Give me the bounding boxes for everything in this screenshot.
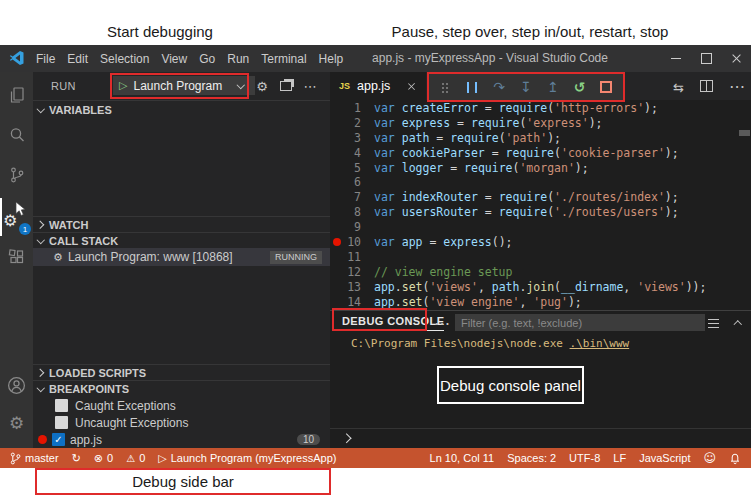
grip-icon[interactable]	[435, 77, 455, 97]
menu-item-edit[interactable]: Edit	[61, 52, 94, 66]
step-into-icon[interactable]	[516, 77, 536, 97]
breakpoint-gutter[interactable]	[330, 175, 343, 190]
line-number: 1	[343, 101, 361, 116]
section-variables[interactable]: VARIABLES	[33, 100, 330, 119]
menu-item-run[interactable]: Run	[221, 52, 255, 66]
breakpoint-gutter[interactable]	[330, 250, 343, 265]
code-token: ,	[623, 280, 637, 295]
menu-item-selection[interactable]: Selection	[94, 52, 155, 66]
panel-more-actions-icon[interactable]	[433, 311, 451, 335]
explorer-icon[interactable]	[0, 78, 33, 112]
code-token: 'express'	[526, 116, 588, 131]
menu-item-view[interactable]: View	[155, 52, 193, 66]
breakpoint-gutter[interactable]	[330, 131, 343, 146]
breakpoint-gutter[interactable]	[330, 116, 343, 131]
status-item-utf-8[interactable]: UTF-8	[569, 452, 600, 464]
breakpoint-gutter[interactable]	[330, 220, 343, 235]
menu-item-terminal[interactable]: Terminal	[255, 52, 312, 66]
configure-gear-icon[interactable]	[253, 72, 271, 100]
views-more-actions-icon[interactable]	[301, 72, 319, 100]
settings-gear-icon[interactable]: ⚙	[0, 406, 33, 440]
status-item-sync[interactable]	[72, 453, 81, 464]
status-item-lf[interactable]: LF	[613, 452, 626, 464]
status-item-launch-program-myexpressapp[interactable]: Launch Program (myExpressApp)	[158, 452, 336, 464]
breakpoint-gutter[interactable]	[330, 161, 343, 176]
breakpoint-gutter[interactable]	[330, 265, 343, 280]
menu-item-go[interactable]: Go	[193, 52, 221, 66]
menu-item-file[interactable]: File	[30, 52, 61, 66]
code-token: var	[374, 101, 402, 116]
checkbox-checked[interactable]	[52, 433, 65, 446]
checkbox-unchecked[interactable]	[55, 416, 68, 429]
chevron-right-icon	[37, 369, 45, 377]
tab-bar: JS app.js	[330, 72, 751, 100]
status-item-ln-10-col-11[interactable]: Ln 10, Col 11	[430, 452, 495, 464]
code-token: (	[519, 116, 526, 131]
call-stack-header-label: CALL STACK	[49, 235, 118, 247]
breakpoint-row-appjs[interactable]: app.js 10	[33, 431, 330, 448]
watch-header-label: WATCH	[49, 219, 89, 231]
code-line: 5var logger = require('morgan');	[330, 161, 751, 176]
code-token: );	[665, 190, 679, 205]
breakpoint-gutter[interactable]	[330, 280, 343, 295]
account-icon[interactable]	[0, 368, 33, 402]
code-token: require	[471, 116, 519, 131]
line-number: 12	[343, 265, 361, 280]
checkbox-unchecked[interactable]	[55, 399, 68, 412]
tab-close-icon[interactable]	[407, 82, 416, 91]
split-editor-icon[interactable]	[700, 80, 713, 92]
code-line: 3var path = require('path');	[330, 131, 751, 146]
code-token: 'views'	[637, 280, 685, 295]
maximize-icon[interactable]	[691, 45, 721, 72]
step-over-icon[interactable]	[489, 77, 509, 97]
console-link[interactable]: .\bin\www	[570, 337, 630, 350]
breakpoint-dot-icon[interactable]	[333, 238, 341, 246]
annotation-console-panel: Debug console panel	[437, 366, 584, 404]
console-filter-input[interactable]	[455, 314, 705, 331]
status-item-master[interactable]: master	[10, 452, 59, 465]
status-item-bell[interactable]	[729, 452, 741, 465]
call-stack-session-row[interactable]: ⚙ Launch Program: www [10868] RUNNING	[33, 248, 330, 266]
line-number: 3	[343, 131, 361, 146]
pause-icon[interactable]	[462, 77, 482, 97]
status-item-0[interactable]: 0	[94, 452, 113, 464]
step-out-icon[interactable]	[543, 77, 563, 97]
code-area[interactable]: 1var createError = require('http-errors'…	[330, 100, 751, 311]
editor-scrollbar[interactable]	[739, 130, 750, 136]
open-changes-icon[interactable]	[673, 77, 684, 96]
code-line: 11	[330, 250, 751, 265]
breakpoint-gutter[interactable]	[330, 146, 343, 161]
tab-appjs[interactable]: JS app.js	[330, 72, 426, 100]
source-control-icon[interactable]	[0, 158, 33, 192]
breakpoint-row-uncaught[interactable]: Uncaught Exceptions	[33, 414, 330, 431]
search-icon[interactable]	[0, 118, 33, 152]
run-and-debug-icon[interactable]: ⚙ 1	[0, 200, 33, 236]
extensions-icon[interactable]	[0, 240, 33, 274]
console-input-row[interactable]	[330, 428, 751, 446]
annotation-box-console-tab	[332, 308, 427, 331]
code-token: );	[568, 295, 582, 310]
breakpoint-gutter[interactable]	[330, 205, 343, 220]
chevron-down-icon	[37, 106, 45, 114]
section-call-stack[interactable]: CALL STACK	[33, 232, 330, 249]
clear-console-icon[interactable]	[708, 319, 719, 320]
minimize-icon[interactable]	[661, 45, 691, 72]
breakpoint-gutter[interactable]	[330, 101, 343, 116]
section-loaded-scripts[interactable]: LOADED SCRIPTS	[33, 364, 330, 381]
close-icon[interactable]	[721, 45, 751, 72]
breakpoint-gutter[interactable]	[330, 190, 343, 205]
collapse-panel-icon[interactable]	[730, 315, 746, 331]
editor-more-actions-icon[interactable]	[729, 77, 745, 96]
status-item-javascript[interactable]: JavaScript	[639, 452, 690, 464]
code-token: );	[665, 146, 679, 161]
stop-icon[interactable]	[596, 77, 616, 97]
restart-icon[interactable]	[570, 77, 590, 97]
status-item-smiley[interactable]	[703, 452, 716, 464]
breakpoint-row-caught[interactable]: Caught Exceptions	[33, 397, 330, 414]
status-item-0[interactable]: 0	[126, 452, 145, 464]
debug-console-toggle-icon[interactable]	[277, 72, 295, 100]
section-breakpoints[interactable]: BREAKPOINTS	[33, 380, 330, 397]
breakpoint-gutter[interactable]	[330, 235, 343, 250]
status-item-spaces-2[interactable]: Spaces: 2	[507, 452, 556, 464]
section-watch[interactable]: WATCH	[33, 216, 330, 233]
